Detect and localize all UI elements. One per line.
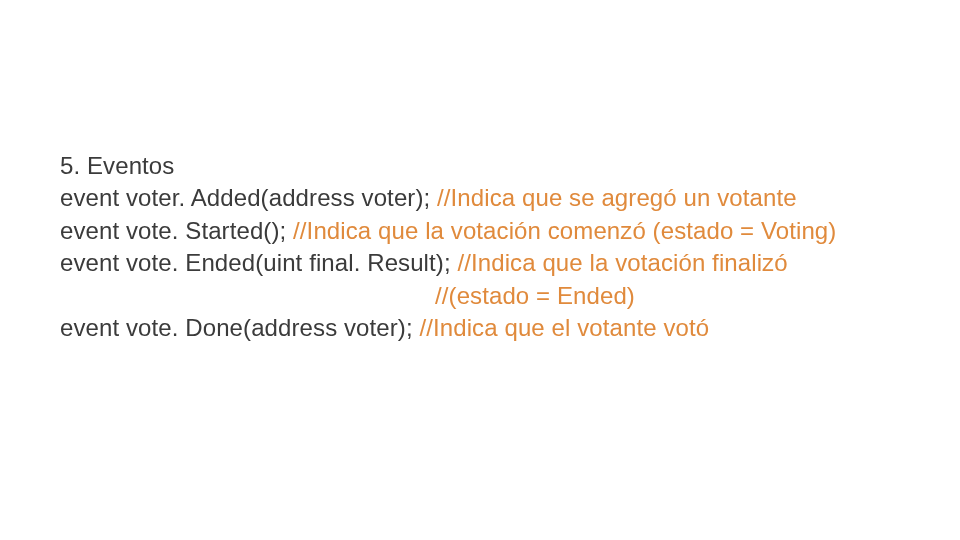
code-line-2: event vote. Started(); //Indica que la v… bbox=[60, 215, 900, 247]
code-text: event vote. Ended(uint final. Result); bbox=[60, 249, 457, 276]
code-text: event vote. Done(address voter); bbox=[60, 314, 419, 341]
code-text: event vote. Started(); bbox=[60, 217, 293, 244]
comment-text: //Indica que la votación finalizó bbox=[457, 249, 787, 276]
code-line-3: event vote. Ended(uint final. Result); /… bbox=[60, 247, 900, 279]
comment-text: //Indica que la votación comenzó (estado… bbox=[293, 217, 836, 244]
slide: 5. Eventos event voter. Added(address vo… bbox=[0, 0, 960, 540]
heading-line: 5. Eventos bbox=[60, 150, 900, 182]
code-line-1: event voter. Added(address voter); //Ind… bbox=[60, 182, 900, 214]
code-line-4: //(estado = Ended) bbox=[60, 280, 900, 312]
code-text: event voter. Added(address voter); bbox=[60, 184, 437, 211]
comment-text: //(estado = Ended) bbox=[435, 282, 635, 309]
comment-text: //Indica que el votante votó bbox=[419, 314, 709, 341]
heading-text: 5. Eventos bbox=[60, 152, 174, 179]
code-line-5: event vote. Done(address voter); //Indic… bbox=[60, 312, 900, 344]
comment-text: //Indica que se agregó un votante bbox=[437, 184, 797, 211]
